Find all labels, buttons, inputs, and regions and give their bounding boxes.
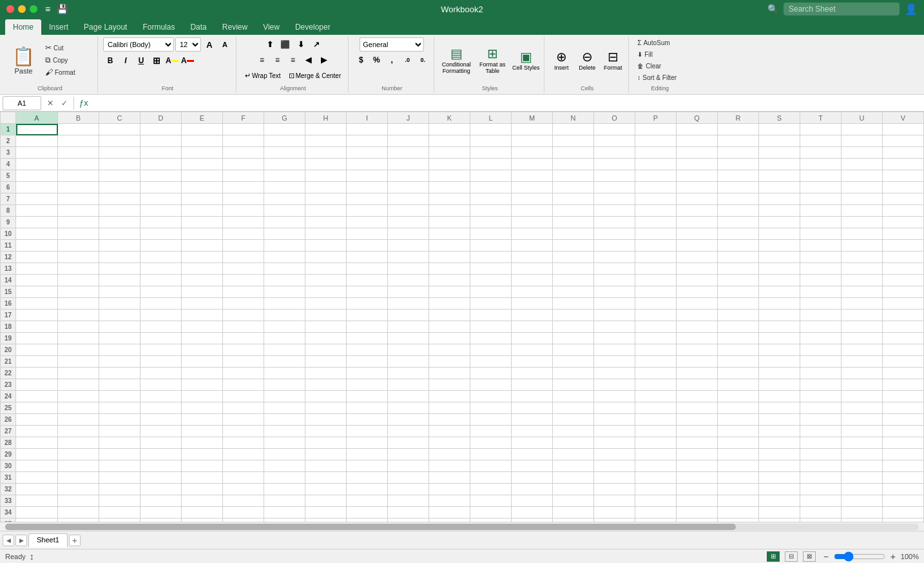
cut-button[interactable]: ✂ Cut (42, 42, 93, 54)
percent-button[interactable]: % (369, 53, 383, 67)
cell-M10[interactable] (512, 228, 553, 240)
row-header-30[interactable]: 30 (1, 460, 16, 472)
cell-T4[interactable] (800, 159, 842, 170)
cell-E20[interactable] (182, 344, 223, 356)
cancel-formula-button[interactable]: ✕ (44, 97, 57, 110)
cell-J32[interactable] (388, 484, 429, 495)
cell-P33[interactable] (635, 495, 677, 507)
cell-J7[interactable] (388, 193, 429, 205)
cell-L14[interactable] (470, 275, 512, 286)
cell-F15[interactable] (223, 286, 264, 298)
cell-A14[interactable] (16, 275, 58, 286)
cell-E16[interactable] (182, 298, 223, 310)
currency-button[interactable]: $ (354, 53, 368, 67)
page-layout-view-button[interactable]: ⊟ (785, 551, 798, 562)
align-center-button[interactable]: ≡ (271, 53, 285, 67)
cell-O9[interactable] (594, 217, 635, 228)
cell-S1[interactable] (759, 124, 800, 135)
cell-V14[interactable] (883, 275, 924, 286)
cell-A28[interactable] (16, 437, 58, 449)
cell-S22[interactable] (759, 368, 800, 379)
cell-A10[interactable] (16, 228, 58, 240)
cell-F26[interactable] (223, 414, 264, 426)
cell-M18[interactable] (512, 321, 553, 333)
function-wizard-icon[interactable]: ƒx (77, 98, 91, 108)
cell-V12[interactable] (883, 252, 924, 263)
cell-B4[interactable] (58, 159, 99, 170)
cell-N16[interactable] (553, 298, 594, 310)
cell-M29[interactable] (512, 449, 553, 460)
row-header-32[interactable]: 32 (1, 484, 16, 495)
cell-F34[interactable] (223, 507, 264, 519)
col-header-Q[interactable]: Q (677, 112, 718, 124)
cell-H24[interactable] (305, 391, 347, 402)
cell-A16[interactable] (16, 298, 58, 310)
cell-I25[interactable] (347, 402, 388, 414)
cell-G7[interactable] (264, 193, 305, 205)
col-header-T[interactable]: T (800, 112, 842, 124)
sort-filter-button[interactable]: ↕ Sort & Filter (634, 72, 686, 83)
cell-O19[interactable] (594, 333, 635, 344)
cell-K8[interactable] (429, 205, 470, 217)
cell-U10[interactable] (842, 228, 883, 240)
cell-F2[interactable] (223, 135, 264, 147)
cell-F25[interactable] (223, 402, 264, 414)
cell-P4[interactable] (635, 159, 677, 170)
cell-L31[interactable] (470, 472, 512, 484)
cell-N35[interactable] (553, 519, 594, 522)
cell-U21[interactable] (842, 356, 883, 368)
cell-E13[interactable] (182, 263, 223, 275)
cell-F18[interactable] (223, 321, 264, 333)
col-header-F[interactable]: F (223, 112, 264, 124)
cell-C20[interactable] (99, 344, 140, 356)
cell-D5[interactable] (140, 170, 182, 182)
cell-N20[interactable] (553, 344, 594, 356)
cell-V11[interactable] (883, 240, 924, 252)
cell-D30[interactable] (140, 460, 182, 472)
cell-E31[interactable] (182, 472, 223, 484)
cell-H9[interactable] (305, 217, 347, 228)
cell-J24[interactable] (388, 391, 429, 402)
cell-S8[interactable] (759, 205, 800, 217)
cell-K22[interactable] (429, 368, 470, 379)
cell-T31[interactable] (800, 472, 842, 484)
cell-E15[interactable] (182, 286, 223, 298)
cell-R20[interactable] (718, 344, 759, 356)
cell-I31[interactable] (347, 472, 388, 484)
row-header-7[interactable]: 7 (1, 193, 16, 205)
cell-O12[interactable] (594, 252, 635, 263)
cell-R4[interactable] (718, 159, 759, 170)
cell-P23[interactable] (635, 379, 677, 391)
cell-J27[interactable] (388, 426, 429, 437)
cell-V23[interactable] (883, 379, 924, 391)
cell-I7[interactable] (347, 193, 388, 205)
cell-H17[interactable] (305, 310, 347, 321)
cell-B9[interactable] (58, 217, 99, 228)
cell-V32[interactable] (883, 484, 924, 495)
cell-K17[interactable] (429, 310, 470, 321)
cell-S11[interactable] (759, 240, 800, 252)
cell-T5[interactable] (800, 170, 842, 182)
cell-M21[interactable] (512, 356, 553, 368)
cell-C5[interactable] (99, 170, 140, 182)
cell-O28[interactable] (594, 437, 635, 449)
cell-R7[interactable] (718, 193, 759, 205)
cell-E11[interactable] (182, 240, 223, 252)
cell-G11[interactable] (264, 240, 305, 252)
cell-L24[interactable] (470, 391, 512, 402)
cell-B19[interactable] (58, 333, 99, 344)
cell-U8[interactable] (842, 205, 883, 217)
cell-D2[interactable] (140, 135, 182, 147)
cell-J23[interactable] (388, 379, 429, 391)
cell-A7[interactable] (16, 193, 58, 205)
cell-Q13[interactable] (677, 263, 718, 275)
cell-O10[interactable] (594, 228, 635, 240)
cell-D6[interactable] (140, 182, 182, 193)
cell-S28[interactable] (759, 437, 800, 449)
cell-J3[interactable] (388, 147, 429, 159)
cell-L28[interactable] (470, 437, 512, 449)
cell-E9[interactable] (182, 217, 223, 228)
cell-A8[interactable] (16, 205, 58, 217)
cell-C18[interactable] (99, 321, 140, 333)
cell-S18[interactable] (759, 321, 800, 333)
